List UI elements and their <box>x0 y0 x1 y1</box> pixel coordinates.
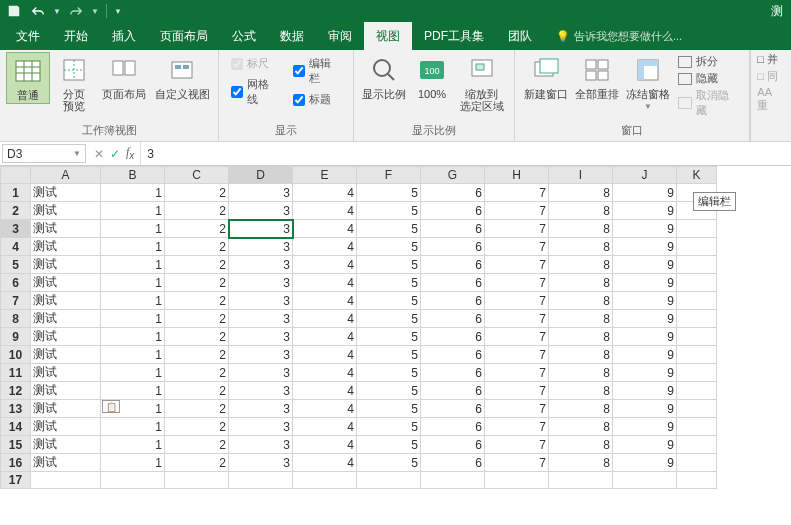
cell-E4[interactable]: 4 <box>293 238 357 256</box>
row-header-8[interactable]: 8 <box>1 310 31 328</box>
cell-H11[interactable]: 7 <box>485 364 549 382</box>
cell-J7[interactable]: 9 <box>613 292 677 310</box>
cell-K13[interactable] <box>677 400 717 418</box>
cell-E10[interactable]: 4 <box>293 346 357 364</box>
cell-E3[interactable]: 4 <box>293 220 357 238</box>
cell-H9[interactable]: 7 <box>485 328 549 346</box>
cell-D13[interactable]: 3 <box>229 400 293 418</box>
col-header-H[interactable]: H <box>485 167 549 184</box>
menu-数据[interactable]: 数据 <box>268 22 316 50</box>
cell-G9[interactable]: 6 <box>421 328 485 346</box>
cell-A6[interactable]: 测试 <box>31 274 101 292</box>
col-header-K[interactable]: K <box>677 167 717 184</box>
row-header-7[interactable]: 7 <box>1 292 31 310</box>
cell-D16[interactable]: 3 <box>229 454 293 472</box>
cell-B1[interactable]: 1 <box>101 184 165 202</box>
row-header-15[interactable]: 15 <box>1 436 31 454</box>
menu-公式[interactable]: 公式 <box>220 22 268 50</box>
save-icon[interactable] <box>4 2 24 20</box>
zoom-selection-button[interactable]: 缩放到 选定区域 <box>456 52 508 114</box>
cell-B9[interactable]: 1 <box>101 328 165 346</box>
cell-H1[interactable]: 7 <box>485 184 549 202</box>
cell-A12[interactable]: 测试 <box>31 382 101 400</box>
fx-icon[interactable]: fx <box>126 145 134 161</box>
col-header-C[interactable]: C <box>165 167 229 184</box>
col-header-A[interactable]: A <box>31 167 101 184</box>
cell-B5[interactable]: 1 <box>101 256 165 274</box>
row-header-16[interactable]: 16 <box>1 454 31 472</box>
cell-H6[interactable]: 7 <box>485 274 549 292</box>
cell-C2[interactable]: 2 <box>165 202 229 220</box>
row-header-17[interactable]: 17 <box>1 472 31 489</box>
cell-C3[interactable]: 2 <box>165 220 229 238</box>
cell-J11[interactable]: 9 <box>613 364 677 382</box>
row-header-9[interactable]: 9 <box>1 328 31 346</box>
row-header-1[interactable]: 1 <box>1 184 31 202</box>
cell-B8[interactable]: 1 <box>101 310 165 328</box>
cell-D17[interactable] <box>229 472 293 489</box>
menu-视图[interactable]: 视图 <box>364 22 412 50</box>
cell-E16[interactable]: 4 <box>293 454 357 472</box>
cell-I9[interactable]: 8 <box>549 328 613 346</box>
cell-F17[interactable] <box>357 472 421 489</box>
cell-I13[interactable]: 8 <box>549 400 613 418</box>
cell-J8[interactable]: 9 <box>613 310 677 328</box>
cell-B11[interactable]: 1 <box>101 364 165 382</box>
cell-H16[interactable]: 7 <box>485 454 549 472</box>
cell-F13[interactable]: 5 <box>357 400 421 418</box>
cell-J5[interactable]: 9 <box>613 256 677 274</box>
row-header-6[interactable]: 6 <box>1 274 31 292</box>
cell-H2[interactable]: 7 <box>485 202 549 220</box>
cell-I1[interactable]: 8 <box>549 184 613 202</box>
freeze-panes-button[interactable]: 冻结窗格 ▼ <box>623 52 672 113</box>
cell-J10[interactable]: 9 <box>613 346 677 364</box>
cell-G11[interactable]: 6 <box>421 364 485 382</box>
cell-E17[interactable] <box>293 472 357 489</box>
cell-K16[interactable] <box>677 454 717 472</box>
cell-J16[interactable]: 9 <box>613 454 677 472</box>
cell-D15[interactable]: 3 <box>229 436 293 454</box>
cell-J13[interactable]: 9 <box>613 400 677 418</box>
cell-D11[interactable]: 3 <box>229 364 293 382</box>
cell-K6[interactable] <box>677 274 717 292</box>
cell-K12[interactable] <box>677 382 717 400</box>
row-header-11[interactable]: 11 <box>1 364 31 382</box>
cell-A15[interactable]: 测试 <box>31 436 101 454</box>
redo-icon[interactable] <box>66 2 86 20</box>
cell-K15[interactable] <box>677 436 717 454</box>
page-break-button[interactable]: 分页 预览 <box>52 52 96 114</box>
cell-A16[interactable]: 测试 <box>31 454 101 472</box>
new-window-button[interactable]: 新建窗口 <box>521 52 570 102</box>
undo-dropdown-icon[interactable]: ▼ <box>52 2 62 20</box>
cell-C5[interactable]: 2 <box>165 256 229 274</box>
cell-I17[interactable] <box>549 472 613 489</box>
cancel-icon[interactable]: ✕ <box>94 147 104 161</box>
enter-icon[interactable]: ✓ <box>110 147 120 161</box>
row-header-13[interactable]: 13 <box>1 400 31 418</box>
cell-B3[interactable]: 1 <box>101 220 165 238</box>
cell-A9[interactable]: 测试 <box>31 328 101 346</box>
cell-I16[interactable]: 8 <box>549 454 613 472</box>
cell-C16[interactable]: 2 <box>165 454 229 472</box>
cell-D9[interactable]: 3 <box>229 328 293 346</box>
cell-F6[interactable]: 5 <box>357 274 421 292</box>
menu-审阅[interactable]: 审阅 <box>316 22 364 50</box>
cell-K5[interactable] <box>677 256 717 274</box>
sync-scroll-button[interactable]: □ 同 <box>757 69 785 84</box>
cell-G17[interactable] <box>421 472 485 489</box>
cell-H13[interactable]: 7 <box>485 400 549 418</box>
cell-A2[interactable]: 测试 <box>31 202 101 220</box>
cell-C12[interactable]: 2 <box>165 382 229 400</box>
cell-B2[interactable]: 1 <box>101 202 165 220</box>
cell-K3[interactable] <box>677 220 717 238</box>
cell-B10[interactable]: 1 <box>101 346 165 364</box>
cell-K14[interactable] <box>677 418 717 436</box>
cell-I4[interactable]: 8 <box>549 238 613 256</box>
chevron-down-icon[interactable]: ▼ <box>73 149 81 158</box>
cell-E15[interactable]: 4 <box>293 436 357 454</box>
cell-D3[interactable]: 3 <box>229 220 293 238</box>
cell-G4[interactable]: 6 <box>421 238 485 256</box>
cell-A7[interactable]: 测试 <box>31 292 101 310</box>
cell-B14[interactable]: 1 <box>101 418 165 436</box>
cell-G13[interactable]: 6 <box>421 400 485 418</box>
